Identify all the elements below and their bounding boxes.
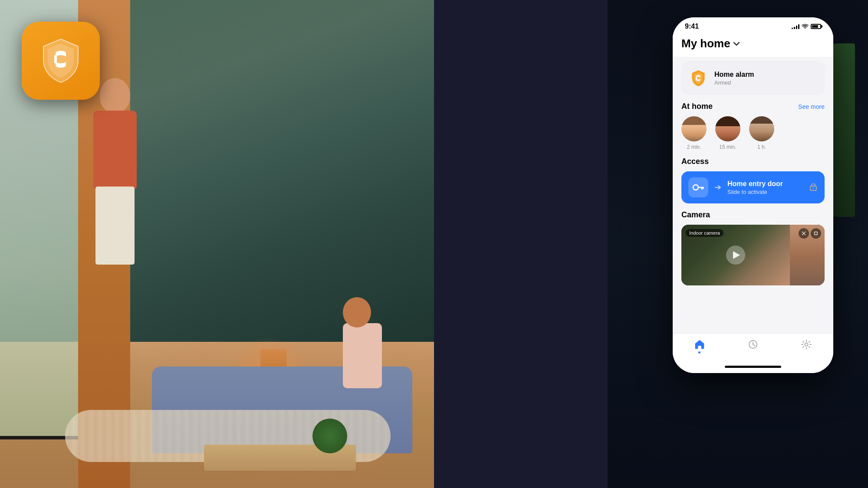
mute-button[interactable] [799,228,809,239]
battery-icon [811,24,821,29]
svg-point-2 [693,185,698,190]
man-figure [87,78,143,273]
play-button[interactable] [726,246,745,265]
at-home-title: At home [681,102,713,111]
home-bar-line [725,366,781,368]
camera-label: Indoor camera [686,229,723,237]
status-bar: 9:41 [673,17,833,33]
woman-figure [343,297,382,388]
camera-inner: Indoor camera [681,225,825,285]
access-slide-area[interactable]: Home entry door Slide to activate [714,180,818,195]
app-icon [22,22,100,100]
camera-title: Camera [681,210,710,219]
home-nav-icon [694,339,705,350]
access-door-sub: Slide to activate [727,189,783,195]
signal-bar-4 [798,24,799,29]
svg-point-7 [813,188,814,189]
avatars-row: 2 min. 15 min. 1 h. [681,116,825,150]
history-nav-icon [747,339,759,350]
svg-point-12 [805,343,808,346]
see-more-link[interactable]: See more [798,103,825,110]
access-card[interactable]: Home entry door Slide to activate [681,171,825,203]
expand-button[interactable] [811,228,821,239]
avatar-time-1: 2 min. [687,144,701,150]
alarm-text: Home alarm Armed [714,71,754,86]
phone-nav [673,333,833,362]
svg-rect-0 [54,55,57,63]
alarm-status: Armed [714,79,754,86]
home-nav-dot [698,351,700,354]
nav-settings[interactable] [801,339,812,354]
signal-bar-1 [792,28,793,29]
settings-nav-icon [801,339,812,350]
svg-rect-10 [815,232,818,235]
camera-controls [799,228,821,239]
avatar-item-1[interactable]: 2 min. [681,116,707,150]
at-home-section-header: At home See more [681,102,825,111]
signal-bar-2 [794,27,795,29]
play-triangle-icon [733,251,740,259]
access-section-header: Access [681,157,825,166]
svg-rect-1 [696,77,697,80]
avatar-time-3: 1 h. [757,144,766,150]
access-door-title: Home entry door [727,180,783,188]
avatar-2 [715,116,740,141]
access-icon-wrap [688,177,708,197]
slide-arrow-icon [714,184,723,190]
avatar-3 [749,116,774,141]
alarm-card[interactable]: Home alarm Armed [681,61,825,95]
signal-bars [792,24,799,29]
door-key-icon [692,182,704,193]
alarm-shield-icon [690,69,707,87]
phone-header: My home [673,33,833,57]
status-icons [792,24,821,29]
nav-home[interactable] [694,339,705,354]
lock-icon [809,182,818,193]
nav-history[interactable] [747,339,759,354]
phone-mockup: 9:41 My home [673,17,833,373]
avatar-1 [681,116,707,141]
camera-preview[interactable]: Indoor camera [681,225,825,285]
wifi-icon [802,24,809,29]
chevron-down-icon[interactable] [733,42,740,46]
phone-content[interactable]: My home Home alarm Armed [673,33,833,333]
app-shield-icon [37,37,85,85]
camera-main[interactable]: Indoor camera [681,225,790,285]
camera-section-header: Camera [681,210,825,219]
avatar-time-2: 15 min. [719,144,736,150]
avatar-item-2[interactable]: 15 min. [715,116,740,150]
access-title: Access [681,157,709,166]
access-text: Home entry door Slide to activate [727,180,783,195]
signal-bar-3 [796,26,797,29]
alarm-icon-wrap [688,68,708,88]
plant-left [312,419,347,453]
home-title: My home [681,37,730,50]
home-title-row[interactable]: My home [681,37,825,50]
status-time: 9:41 [685,23,699,30]
phone-home-bar [673,362,833,373]
avatar-item-3[interactable]: 1 h. [749,116,774,150]
camera-side-view [790,225,825,285]
alarm-title: Home alarm [714,71,754,79]
